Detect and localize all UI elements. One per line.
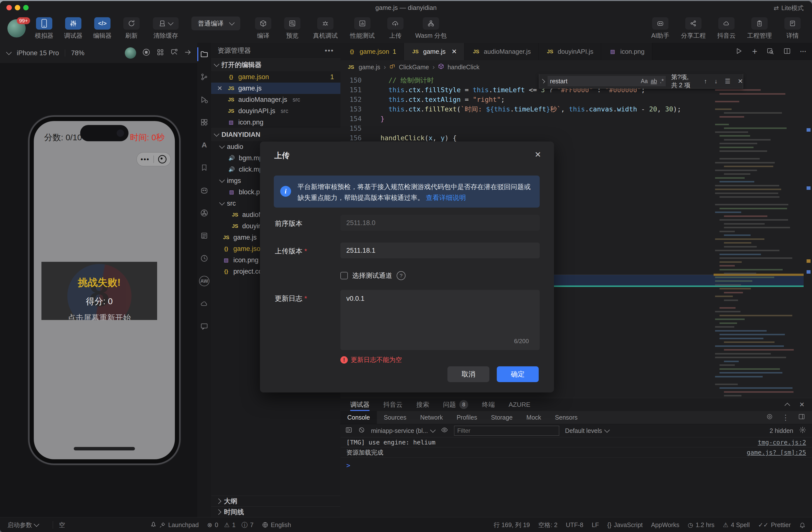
miniapp-capsule-button[interactable]: ••• [136,152,171,166]
device-select-chevron-icon[interactable] [6,49,12,55]
kebab-menu-icon[interactable]: ⋮ [782,413,789,422]
test-channel-checkbox[interactable] [340,272,348,279]
traffic-lights[interactable] [6,5,32,11]
detach-arrow-icon[interactable] [184,48,192,58]
share-project-button[interactable]: 分享工程 [675,17,712,40]
more-actions-icon[interactable]: ••• [800,49,807,54]
cursor-position[interactable]: 行 169, 列 19 [494,521,530,529]
minimap[interactable] [714,89,803,417]
tab-audiomanager[interactable]: JS audioManager.js [464,43,538,60]
open-editor-game-json[interactable]: {} game.json 1 [211,71,340,83]
editor-button[interactable]: </> 编辑器 [88,17,117,40]
outline-section[interactable]: 大纲 [211,496,340,506]
activitybar-extensions-icon[interactable] [197,111,211,134]
wasm-split-button[interactable]: Wasm 分包 [410,17,452,40]
user-avatar[interactable]: 99+ [8,19,26,38]
overview-ruler[interactable] [804,74,812,429]
details-button[interactable]: 详情 [778,17,807,40]
breadcrumb-file[interactable]: game.js [359,64,380,71]
activitybar-outline-list-icon[interactable] [197,224,211,247]
close-panel-icon[interactable]: ✕ [799,401,804,409]
more-icon[interactable]: ••• [137,156,154,163]
maximize-panel-icon[interactable] [785,403,790,409]
clear-cache-button[interactable]: 清除缓存 [146,17,186,40]
device-name[interactable]: iPhone 15 Pro [17,49,59,57]
inspect-icon[interactable] [766,413,773,422]
devtools-tab[interactable]: Profiles [450,411,484,424]
more-actions-icon[interactable]: ••• [325,47,334,55]
display-language[interactable]: English [262,521,291,529]
split-editor-icon[interactable] [783,47,791,56]
test-channel-checkbox-row[interactable]: 选择测试通道 ? [340,271,406,280]
bottom-panel-tab[interactable]: 搜索 [416,398,429,411]
prettier-status[interactable]: ✓✓Prettier [758,521,791,529]
run-icon[interactable] [735,47,743,56]
bell-icon[interactable] [799,522,806,528]
timeline-section[interactable]: 时间线 [211,506,340,517]
devtools-tab[interactable]: Console [340,411,377,424]
devtools-tab[interactable]: Storage [484,411,520,424]
maximize-window-button[interactable] [23,5,29,10]
open-editors-section[interactable]: 打开的编辑器 [211,58,340,71]
lite-mode-toggle[interactable]: ⇄ Lite模式 [774,4,803,12]
time-tracker[interactable]: ◷1.2 hrs [688,521,714,529]
devtools-tab[interactable]: Sensors [548,411,584,424]
find-input[interactable] [548,76,638,86]
console-row[interactable]: 资源加载完成 game.js? [sm]:25 [340,447,812,458]
eye-icon[interactable] [441,427,448,435]
debugger-button[interactable]: 调试器 [59,17,88,40]
tab-douyinapi[interactable]: JS douyinAPI.js [538,43,601,60]
clear-console-icon[interactable] [358,427,365,435]
activitybar-share-network-icon[interactable] [197,202,211,224]
preview-button[interactable]: 预览 [278,17,307,40]
eol[interactable]: LF [592,521,599,529]
language-mode[interactable]: {}JavaScript [607,521,642,529]
zoom-level[interactable]: 78% [71,49,84,57]
tab-game-json[interactable]: {} game.json 1 [340,43,404,60]
previous-match-icon[interactable]: ↑ [704,78,707,85]
bottom-panel-tab[interactable]: 问题 8 [443,398,468,411]
refresh-button[interactable]: 刷新 [117,17,146,40]
details-link[interactable]: 查看详细说明 [426,194,466,202]
activitybar-timeline-icon[interactable] [197,247,211,270]
console-prompt[interactable]: > [340,458,812,469]
appworks-status[interactable]: AppWorks [651,521,680,529]
activitybar-source-control-icon[interactable] [197,65,211,88]
console-settings-icon[interactable] [799,427,806,435]
close-window-button[interactable] [6,5,12,10]
devtools-tab[interactable]: Sources [377,411,414,424]
bottom-panel-tab[interactable]: AZURE [509,398,530,411]
next-match-icon[interactable]: ↓ [714,78,717,85]
project-root-section[interactable]: DIANYIDIAN [211,128,340,141]
indentation[interactable]: 空格: 2 [538,521,557,529]
game-over-overlay[interactable]: 挑战失败! 得分: 0 点击屏幕重新开始 [41,262,157,320]
launch-params-select[interactable]: 启动参数 [8,521,39,529]
open-editor-icon-png[interactable]: ▨ icon.png [211,117,340,128]
capsule-close-icon[interactable] [154,155,171,163]
open-editor-douyinapi[interactable]: JS douyinAPI.js src [211,105,340,117]
help-icon[interactable]: ? [397,271,406,280]
problems-summary[interactable]: ⊗0 ⚠1 ⓘ7 [207,521,253,529]
simulator-button[interactable]: 模拟器 [30,17,59,40]
douyin-cloud-button[interactable]: 抖音云 [712,17,741,40]
changelog-textarea[interactable]: v0.0.1 [340,290,540,350]
cancel-button[interactable]: 取消 [447,366,489,382]
search-editor-icon[interactable] [767,47,774,56]
activitybar-azure-icon[interactable]: A [197,134,211,156]
context-selector[interactable]: miniapp-service (bl... [371,427,435,434]
screenshot-icon[interactable] [170,48,178,58]
game-screen[interactable]: 分数: 0/10 时间: 0秒 ••• 挑战失败! 得分: 0 点击屏幕重新开始 [34,121,175,459]
close-icon[interactable]: ✕ [216,85,224,92]
breadcrumb-method[interactable]: handleClick [447,64,479,71]
dock-side-icon[interactable] [798,413,805,422]
regex-toggle[interactable]: .* [660,78,664,85]
activitybar-copilot-icon[interactable] [197,179,211,202]
project-mgmt-button[interactable]: 工程管理 [741,17,778,40]
close-find-icon[interactable]: ✕ [738,78,743,85]
find-in-selection-icon[interactable]: ☰ [725,78,730,85]
match-case-toggle[interactable]: Aa [641,78,648,85]
breadcrumb-class[interactable]: ClickGame [399,64,429,71]
modal-close-icon[interactable]: ✕ [535,150,541,159]
console-filter-input[interactable] [454,426,559,435]
perf-test-button[interactable]: 性能测试 [344,17,381,40]
